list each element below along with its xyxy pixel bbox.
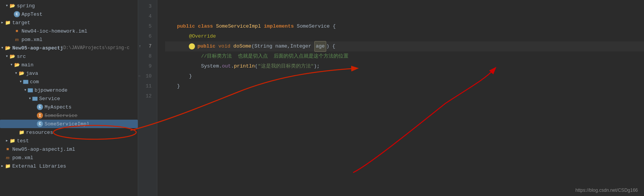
sidebar-item-resources[interactable]: 📁 resources xyxy=(0,128,138,137)
sidebar-label-new04-iml: New04-ioc-homework.iml xyxy=(21,28,88,34)
sidebar-path-new05: D:\JAVAProjects\spring-c xyxy=(63,45,130,51)
watermark-text: https://blog.csdn.net/CSDg166 xyxy=(575,188,638,193)
folder-icon-extlibs: 📁 xyxy=(5,163,11,169)
sidebar-item-test[interactable]: 📁 test xyxy=(0,137,138,145)
bulb-icon[interactable] xyxy=(189,43,195,49)
sidebar-item-com[interactable]: com xyxy=(0,77,138,86)
arrow-bjpowernode xyxy=(23,88,28,92)
sidebar-label-someserviceimpl: SomeServiceImpl xyxy=(45,121,89,127)
arrow-test xyxy=(5,138,9,143)
sidebar-label-extlibs: External Libraries xyxy=(12,163,66,169)
line-num-12: 12 xyxy=(138,91,154,101)
sidebar-label-service: Service xyxy=(39,96,60,102)
sidebar-label-src: src xyxy=(17,54,26,59)
sidebar-label-target: target xyxy=(12,20,30,26)
sidebar-item-someserviceimpl[interactable]: C SomeServiceImpl xyxy=(0,120,138,128)
class-icon-myaspects: C xyxy=(37,104,43,110)
sidebar-item-java[interactable]: 📂 java xyxy=(0,69,138,77)
line-num-10: 10 ○ xyxy=(138,71,154,81)
maven-icon-pom2: m xyxy=(5,155,11,161)
pkg-icon-bjpowernode xyxy=(28,88,33,92)
arrow-main xyxy=(9,63,14,67)
sidebar-item-pom1[interactable]: m pom.xml xyxy=(0,35,138,44)
folder-open-icon-new05: 📂 xyxy=(5,45,11,51)
sidebar-item-someservice[interactable]: I SomeService xyxy=(0,111,138,120)
code-line-3 xyxy=(165,2,644,12)
pkg-icon-com xyxy=(23,80,28,84)
arrow-com xyxy=(18,79,23,84)
sidebar-label-bjpowernode: bjpowernode xyxy=(35,87,68,93)
editor: 3 4 5 6 7 ↑ 8 9 10 ○ 11 12 xyxy=(138,0,644,196)
arrow-extlibs xyxy=(0,164,5,168)
watermark: https://blog.csdn.net/CSDg166 xyxy=(575,188,638,193)
sidebar-label-myaspects: MyAspects xyxy=(45,104,71,110)
sidebar-label-com: com xyxy=(30,79,39,85)
sidebar-label-resources: resources xyxy=(26,130,53,135)
class-icon-someserviceimpl: C xyxy=(37,121,43,127)
arrow-java xyxy=(14,71,18,76)
folder-icon-target: 📁 xyxy=(5,20,11,26)
line-num-7: 7 ↑ xyxy=(138,41,154,51)
folder-open-icon: 📂 xyxy=(9,3,15,9)
sidebar-item-main[interactable]: 📂 main xyxy=(0,61,138,69)
line-num-9: 9 xyxy=(138,61,154,71)
code-line-7: public void doSome ( String name, Intege… xyxy=(165,41,644,51)
arrow-new05 xyxy=(0,46,5,50)
xml-icon-new04: ■ xyxy=(14,28,20,34)
folder-icon-test: 📁 xyxy=(9,138,15,144)
class-icon-apptest: C xyxy=(14,11,20,17)
folder-open-icon-java: 📂 xyxy=(18,70,25,76)
line-numbers: 3 4 5 6 7 ↑ 8 9 10 ○ 11 12 xyxy=(138,0,157,196)
sidebar-label-new05-iml: New05-aop-aspectj.iml xyxy=(12,147,75,152)
sidebar-label-new05: New05-aop-aspectj xyxy=(12,45,63,51)
line-num-6: 6 xyxy=(138,31,154,41)
line-num-8: 8 xyxy=(138,51,154,61)
sidebar-label-spring: spring xyxy=(17,3,35,9)
sidebar-item-target[interactable]: 📁 target xyxy=(0,18,138,27)
highlight-age: age xyxy=(314,41,326,52)
folder-open-icon-main: 📂 xyxy=(14,62,20,68)
sidebar-label-someservice: SomeService xyxy=(45,113,78,119)
arrow-spring xyxy=(5,3,9,8)
code-line-11: } xyxy=(165,81,644,91)
sidebar-item-new05-project[interactable]: 📂 New05-aop-aspectj D:\JAVAProjects\spri… xyxy=(0,44,138,52)
sidebar-item-new04-iml[interactable]: ■ New04-ioc-homework.iml xyxy=(0,27,138,35)
folder-icon-resources: 📁 xyxy=(18,129,25,135)
code-content[interactable]: public class SomeServiceImpl implements … xyxy=(157,0,644,196)
sidebar-item-bjpowernode[interactable]: bjpowernode xyxy=(0,86,138,94)
arrow-src xyxy=(5,54,9,59)
sidebar-item-pom2[interactable]: m pom.xml xyxy=(0,153,138,162)
line-num-11: 11 xyxy=(138,81,154,91)
interface-icon-someservice: I xyxy=(37,112,43,119)
sidebar-label-test: test xyxy=(17,138,29,144)
sidebar-label-apptest: AppTest xyxy=(21,12,43,17)
code-line-9: System . out . println ( "这是我的目标类的方法" ); xyxy=(165,61,644,71)
sidebar-item-spring[interactable]: 📂 spring xyxy=(0,2,138,10)
sidebar-label-pom2: pom.xml xyxy=(12,155,33,161)
sidebar-item-myaspects[interactable]: C MyAspects xyxy=(0,103,138,111)
sidebar-item-service[interactable]: Service xyxy=(0,94,138,103)
sidebar: 📂 spring C AppTest 📁 target ■ New04-ioc-… xyxy=(0,0,138,196)
sidebar-item-src[interactable]: 📂 src xyxy=(0,52,138,61)
sidebar-label-main: main xyxy=(21,62,33,68)
line-num-5: 5 xyxy=(138,21,154,31)
sidebar-label-pom1: pom.xml xyxy=(21,37,43,43)
pkg-icon-service xyxy=(32,97,38,101)
sidebar-scroll[interactable]: 📂 spring C AppTest 📁 target ■ New04-ioc-… xyxy=(0,2,138,196)
sidebar-item-new05-iml[interactable]: ■ New05-aop-aspectj.iml xyxy=(0,145,138,153)
code-line-8: //目标类方法 也就是切入点 后面的切入点就是这个方法的位置 xyxy=(165,51,644,61)
code-line-4 xyxy=(165,12,644,21)
code-line-6: @Override xyxy=(165,31,644,41)
code-line-12 xyxy=(165,91,644,101)
sidebar-label-java: java xyxy=(26,71,38,76)
arrow-service xyxy=(28,96,32,101)
sidebar-item-apptest[interactable]: C AppTest xyxy=(0,10,138,18)
sidebar-item-extlibs[interactable]: 📁 External Libraries xyxy=(0,162,138,170)
line-num-3: 3 xyxy=(138,2,154,12)
code-line-5: public class SomeServiceImpl implements … xyxy=(165,21,644,31)
folder-open-icon-src: 📂 xyxy=(9,53,15,59)
line-num-4: 4 xyxy=(138,12,154,21)
arrow-target xyxy=(0,20,5,25)
maven-icon-pom1: m xyxy=(14,36,20,43)
code-line-10: } xyxy=(165,71,644,81)
